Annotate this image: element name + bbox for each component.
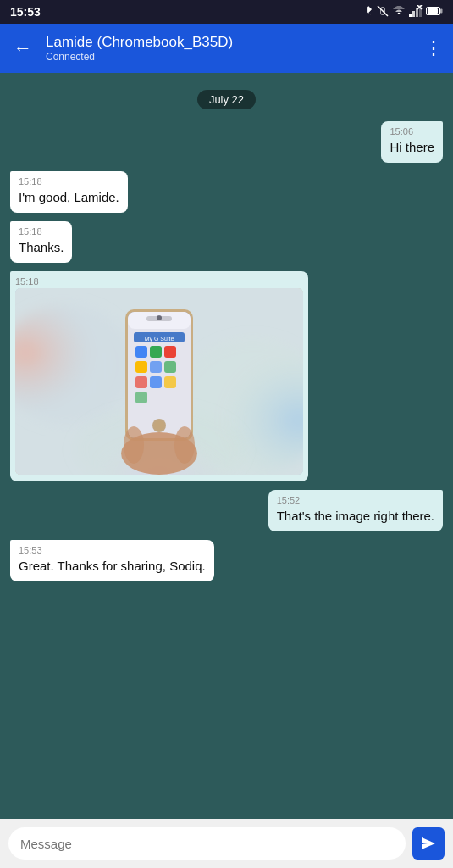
message-row: 15:18 [10, 271, 443, 481]
message-row: 15:18 I'm good, Lamide. [10, 171, 443, 213]
svg-point-36 [174, 426, 195, 464]
status-icons [363, 5, 443, 19]
svg-rect-27 [135, 376, 147, 388]
message-time: 15:18 [19, 226, 64, 236]
svg-rect-28 [150, 376, 162, 388]
message-time: 15:06 [389, 126, 434, 136]
chat-area: July 22 15:06 Hi there 15:18 I'm good, L… [0, 73, 453, 819]
svg-point-33 [157, 315, 162, 320]
svg-rect-8 [440, 8, 443, 13]
contact-info: Lamide (Chromebook_B35D) Connected [46, 34, 414, 63]
svg-rect-9 [428, 8, 438, 14]
message-row: 15:18 Thanks. [10, 221, 443, 263]
date-badge: July 22 [197, 90, 256, 109]
message-bubble-received: 15:18 I'm good, Lamide. [10, 171, 128, 213]
message-text: That's the image right there. [277, 507, 434, 525]
back-button[interactable]: ← [10, 34, 36, 63]
message-bubble-received: 15:18 Thanks. [10, 221, 72, 263]
svg-rect-21 [135, 346, 147, 358]
status-time: 15:53 [10, 5, 41, 19]
wifi-icon [392, 6, 406, 19]
battery-icon [426, 6, 443, 19]
send-icon [420, 836, 437, 851]
message-bubble-received: 15:53 Great. Thanks for sharing, Sodiq. [10, 540, 214, 581]
message-row: 15:52 That's the image right there. [10, 490, 443, 531]
message-image[interactable]: My G Suite [15, 288, 303, 475]
mute-icon [377, 5, 389, 19]
more-button[interactable]: ⋮ [424, 37, 443, 59]
message-input[interactable] [8, 827, 406, 860]
svg-text:My G Suite: My G Suite [145, 336, 174, 342]
svg-rect-23 [164, 346, 176, 358]
svg-rect-24 [135, 361, 147, 373]
send-button[interactable] [412, 827, 445, 860]
svg-rect-26 [164, 361, 176, 373]
signal-icon [409, 5, 423, 19]
message-row: 15:06 Hi there [10, 121, 443, 163]
message-time: 15:52 [277, 495, 434, 505]
input-bar [0, 819, 453, 868]
message-time: 15:53 [19, 545, 206, 555]
message-bubble-sent: 15:52 That's the image right there. [268, 490, 443, 531]
status-bar: 15:53 [0, 0, 453, 24]
message-text: Thanks. [19, 238, 64, 256]
svg-rect-29 [164, 376, 176, 388]
message-row: 15:53 Great. Thanks for sharing, Sodiq. [10, 540, 443, 581]
svg-rect-30 [135, 392, 147, 403]
contact-status: Connected [46, 51, 414, 63]
contact-name: Lamide (Chromebook_B35D) [46, 34, 414, 51]
svg-rect-2 [412, 11, 415, 17]
svg-rect-25 [150, 361, 162, 373]
message-text: Hi there [389, 138, 434, 156]
app-bar: ← Lamide (Chromebook_B35D) Connected ⋮ [0, 24, 453, 73]
svg-point-35 [124, 426, 144, 464]
message-bubble-sent: 15:06 Hi there [381, 121, 443, 163]
svg-rect-1 [409, 14, 412, 17]
message-time: 15:18 [19, 176, 119, 186]
message-text: I'm good, Lamide. [19, 188, 119, 206]
date-separator: July 22 [10, 90, 443, 109]
svg-rect-22 [150, 346, 162, 358]
bluetooth-icon [363, 5, 373, 19]
message-time: 15:18 [15, 276, 303, 287]
phone-scene: My G Suite [15, 288, 303, 475]
message-text: Great. Thanks for sharing, Sodiq. [19, 557, 206, 575]
message-bubble-image: 15:18 [10, 271, 308, 481]
svg-point-32 [154, 420, 164, 431]
